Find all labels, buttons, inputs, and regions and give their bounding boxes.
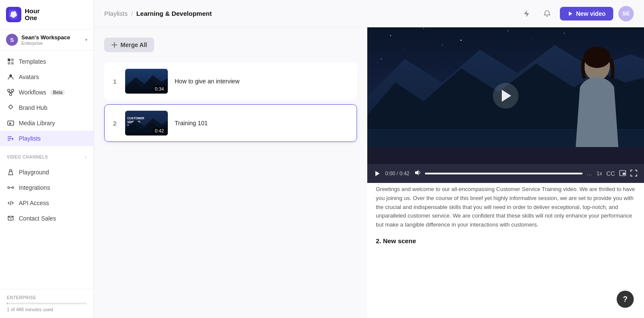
- sidebar: Hour One S Sean's Workspace Enterprise ▾…: [0, 0, 94, 318]
- content-area: Merge All 1 0:34: [94, 27, 644, 318]
- play-triangle-icon: [502, 90, 511, 102]
- video-number: 1: [111, 78, 118, 85]
- video-item[interactable]: 1 0:34 How to give an interview: [104, 62, 357, 100]
- video-number: 2: [111, 120, 118, 127]
- svg-rect-9: [10, 93, 12, 95]
- thumb-duration: 0:42: [153, 128, 166, 134]
- playlist-panel: Merge All 1 0:34: [94, 27, 367, 318]
- workspace-avatar: S: [6, 34, 18, 46]
- topbar-actions: New video SE: [519, 6, 634, 21]
- sidebar-item-contact-sales[interactable]: Contact Sales: [0, 211, 94, 226]
- main-nav: Templates Avatars Workflows Beta Brand H…: [0, 50, 94, 150]
- templates-label: Templates: [19, 58, 46, 65]
- svg-point-41: [531, 38, 532, 38]
- playlists-label: Playlists: [19, 135, 41, 142]
- avatars-icon: [7, 73, 15, 81]
- video-person: [550, 36, 644, 147]
- svg-marker-16: [12, 138, 14, 140]
- workflows-label: Workflows: [19, 89, 46, 96]
- video-item[interactable]: 2 CUSTOMER SERVICE TRAINING 0:42: [104, 104, 357, 142]
- svg-point-35: [423, 28, 424, 29]
- contact-sales-label: Contact Sales: [19, 215, 56, 222]
- collapse-icon[interactable]: ‹: [85, 155, 87, 159]
- svg-point-38: [507, 30, 508, 31]
- svg-point-43: [564, 33, 565, 34]
- svg-rect-5: [11, 62, 14, 65]
- new-video-button[interactable]: New video: [560, 7, 613, 21]
- flash-icon-btn[interactable]: [519, 6, 534, 21]
- sidebar-item-api-access[interactable]: API Access: [0, 195, 94, 211]
- video-description: 1. LAYOUT-001 Greetings and welcome to o…: [367, 164, 644, 318]
- progress-fill: [425, 173, 583, 174]
- svg-marker-51: [415, 170, 419, 175]
- api-access-icon: [7, 199, 15, 207]
- svg-point-42: [381, 59, 382, 59]
- svg-rect-4: [8, 62, 10, 65]
- progress-track[interactable]: [425, 173, 583, 174]
- sidebar-item-integrations[interactable]: Integrations: [0, 180, 94, 195]
- logo-text: Hour One: [25, 8, 40, 22]
- merge-all-button[interactable]: Merge All: [104, 38, 154, 52]
- thumb-duration: 0:34: [153, 86, 166, 92]
- play-button-overlay[interactable]: [493, 83, 518, 109]
- video-background: [367, 27, 644, 164]
- playground-label: Playground: [19, 169, 49, 176]
- brand-hub-label: Brand Hub: [19, 104, 47, 111]
- video-thumbnail: CUSTOMER SERVICE TRAINING 0:42: [125, 111, 168, 135]
- video-title: Training 101: [175, 120, 208, 127]
- breadcrumb-playlists[interactable]: Playlists: [104, 10, 128, 17]
- svg-rect-2: [8, 59, 10, 61]
- notification-btn[interactable]: [539, 6, 555, 21]
- workspace-plan: Enterprise: [21, 41, 82, 46]
- svg-marker-50: [375, 171, 380, 176]
- templates-icon: [7, 58, 15, 65]
- volume-button[interactable]: [414, 169, 421, 178]
- hour-one-logo-icon: [6, 7, 21, 22]
- sidebar-item-media-library[interactable]: Media Library: [0, 115, 94, 131]
- help-button[interactable]: ?: [617, 291, 634, 308]
- sidebar-item-playground[interactable]: Playground: [0, 165, 94, 180]
- svg-rect-7: [8, 89, 10, 91]
- sidebar-item-avatars[interactable]: Avatars: [0, 69, 94, 85]
- main-content: Playlists / Learning & Development New v…: [94, 0, 644, 318]
- svg-line-19: [10, 201, 11, 205]
- video-channels-section: Video channels ‹: [0, 150, 94, 161]
- api-access-label: API Access: [19, 200, 49, 206]
- speed-button[interactable]: 1x: [597, 171, 602, 177]
- play-pause-button[interactable]: [374, 170, 381, 177]
- playlists-icon: [7, 135, 15, 142]
- pip-button[interactable]: [619, 170, 626, 178]
- workspace-selector[interactable]: S Sean's Workspace Enterprise ▾: [0, 29, 94, 50]
- contact-sales-icon: [7, 215, 15, 222]
- fullscreen-button[interactable]: [630, 170, 637, 178]
- sidebar-footer: ENTERPRISE 1 of 486 minutes used: [0, 289, 94, 318]
- svg-point-18: [12, 187, 14, 188]
- svg-point-6: [9, 74, 12, 77]
- sidebar-item-templates[interactable]: Templates: [0, 54, 94, 69]
- video-title: How to give an interview: [175, 78, 240, 85]
- logo-hour: Hour: [25, 8, 40, 15]
- video-controls: 0:00 / 0:42 ... 1x CC: [367, 164, 644, 183]
- sidebar-item-workflows[interactable]: Workflows Beta: [0, 85, 94, 100]
- sidebar-item-brand-hub[interactable]: Brand Hub: [0, 100, 94, 115]
- person-silhouette: [559, 44, 635, 147]
- user-avatar-btn[interactable]: SE: [618, 6, 634, 21]
- breadcrumb-current: Learning & Development: [136, 10, 212, 17]
- cc-button[interactable]: CC: [606, 170, 615, 177]
- bottom-nav: Playground Integrations API Access Conta…: [0, 161, 94, 230]
- svg-rect-11: [9, 105, 13, 109]
- svg-text:CUSTOMER: CUSTOMER: [127, 117, 144, 120]
- svg-point-34: [390, 35, 391, 36]
- sidebar-item-playlists[interactable]: Playlists: [0, 131, 94, 146]
- enterprise-label: ENTERPRISE: [7, 295, 87, 300]
- media-library-label: Media Library: [19, 120, 55, 127]
- more-options-button[interactable]: ...: [587, 171, 592, 177]
- integrations-icon: [7, 184, 15, 191]
- avatars-label: Avatars: [19, 74, 39, 80]
- usage-progress-bar: [7, 303, 87, 304]
- logo-area: Hour One: [0, 0, 94, 29]
- svg-point-37: [404, 49, 405, 50]
- svg-rect-3: [11, 59, 14, 61]
- video-player: 0:00 / 0:42 ... 1x CC: [367, 27, 644, 164]
- scene-1-text: Greetings and welcome to our all-encompa…: [376, 185, 635, 230]
